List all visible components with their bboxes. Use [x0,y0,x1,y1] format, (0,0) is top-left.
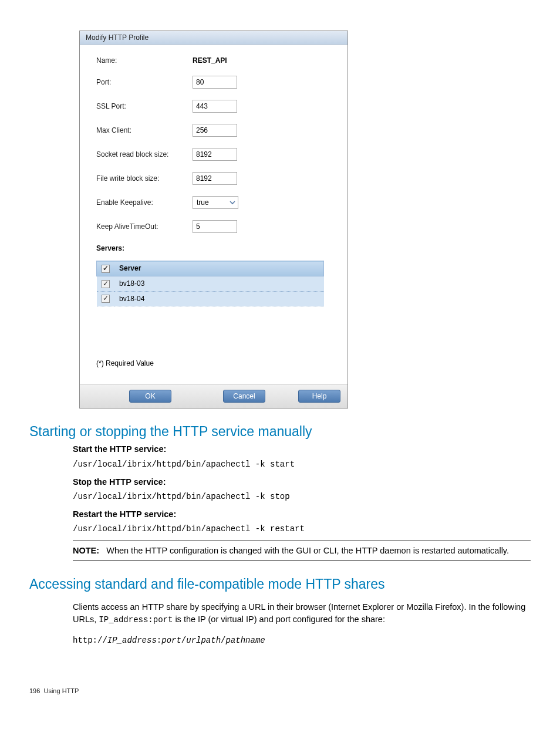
sslport-input[interactable] [193,100,237,113]
timeout-input[interactable] [193,220,237,233]
server-name: bv18-03 [114,276,324,291]
server-column-header: Server [114,261,324,276]
keepalive-select[interactable]: true [193,196,238,209]
divider [73,541,531,541]
servers-heading: Servers: [96,244,331,252]
readblock-input[interactable] [193,148,237,161]
port-label: Port: [96,78,193,86]
select-all-checkbox[interactable] [102,265,110,273]
table-row[interactable]: bv18-04 [97,291,324,306]
restart-command: /usr/local/ibrix/httpd/bin/apachectl -k … [73,523,531,535]
divider [73,561,531,561]
start-service-heading: Start the HTTP service: [73,443,531,455]
servers-table: Server bv18-03 bv18-04 [96,261,324,306]
ok-button[interactable]: OK [129,390,171,403]
section-heading-accessing: Accessing standard and file-compatible m… [29,576,531,592]
readblock-label: Socket read block size: [96,150,193,158]
modify-http-profile-dialog: Modify HTTP Profile Name: REST_API Port:… [79,31,348,409]
note-block: NOTE: When the HTTP configuration is cha… [73,545,531,557]
page-number: 196 [29,687,40,694]
access-paragraph: Clients access an HTTP share by specifyi… [73,601,531,626]
keepalive-value: true [193,198,227,207]
stop-command: /usr/local/ibrix/httpd/bin/apachectl -k … [73,491,531,502]
note-label: NOTE: [73,546,99,555]
maxclient-label: Max Client: [96,126,193,134]
table-row[interactable]: bv18-03 [97,276,324,291]
writeblock-label: File write block size: [96,174,193,183]
writeblock-input[interactable] [193,172,237,185]
server-checkbox[interactable] [102,280,110,288]
restart-service-heading: Restart the HTTP service: [73,508,531,521]
timeout-label: Keep AliveTimeOut: [96,222,193,231]
help-button[interactable]: Help [298,390,340,403]
start-command: /usr/local/ibrix/httpd/bin/apachectl -k … [73,458,531,470]
cancel-button[interactable]: Cancel [223,390,265,403]
url-pattern: http://IP_address:port/urlpath/pathname [73,634,531,646]
maxclient-input[interactable] [193,124,237,137]
server-checkbox[interactable] [102,295,110,303]
name-label: Name: [96,56,193,65]
stop-service-heading: Stop the HTTP service: [73,476,531,488]
port-input[interactable] [193,76,237,89]
chevron-down-icon [227,200,238,205]
server-name: bv18-04 [114,291,324,306]
required-note: (*) Required Value [96,359,331,367]
section-heading-start-stop: Starting or stopping the HTTP service ma… [29,424,531,440]
sslport-label: SSL Port: [96,102,193,110]
keepalive-label: Enable Keepalive: [96,198,193,207]
dialog-title: Modify HTTP Profile [80,31,348,45]
page-footer: 196 Using HTTP [29,687,531,694]
name-value: REST_API [193,56,227,65]
footer-title: Using HTTP [43,687,79,694]
inline-code: IP_address:port [99,615,173,625]
note-text: When the HTTP configuration is changed w… [106,546,509,555]
